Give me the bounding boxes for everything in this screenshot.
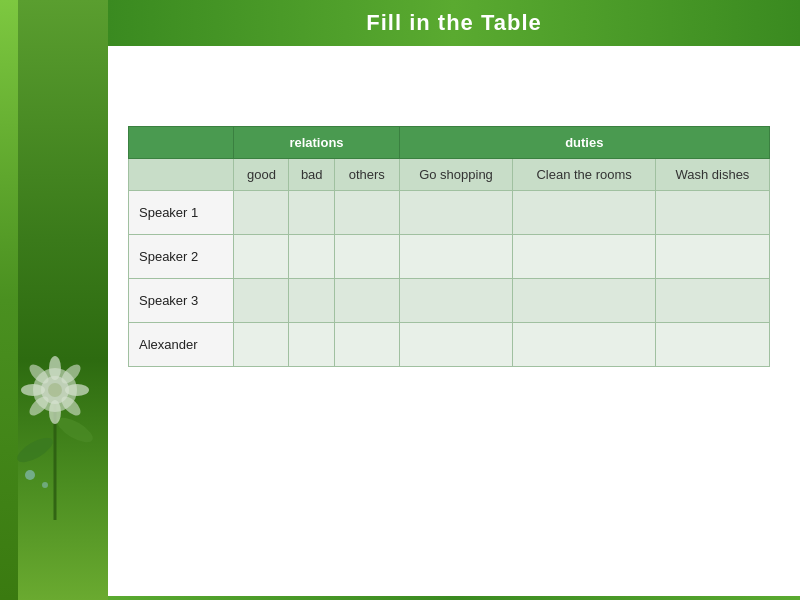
svg-point-6 — [49, 356, 61, 380]
table-cell-clean_rooms[interactable] — [513, 279, 655, 323]
table-row: Speaker 1 — [129, 191, 770, 235]
table-cell-good[interactable] — [234, 235, 289, 279]
svg-point-9 — [65, 384, 89, 396]
table-cell-bad[interactable] — [289, 279, 335, 323]
header-bad: bad — [289, 159, 335, 191]
table-cell-wash_dishes[interactable] — [655, 191, 769, 235]
table-cell-others[interactable] — [335, 323, 400, 367]
table-cell-clean_rooms[interactable] — [513, 323, 655, 367]
table-row: Speaker 3 — [129, 279, 770, 323]
header-clean-rooms: Clean the rooms — [513, 159, 655, 191]
table-cell-go_shopping[interactable] — [399, 235, 513, 279]
table-cell-clean_rooms[interactable] — [513, 235, 655, 279]
table-body: Speaker 1Speaker 2Speaker 3Alexander — [129, 191, 770, 367]
decorative-plant — [5, 320, 105, 520]
svg-point-7 — [49, 400, 61, 424]
table-cell-good[interactable] — [234, 191, 289, 235]
svg-point-1 — [14, 433, 57, 467]
header-empty-1 — [129, 127, 234, 159]
row-label: Speaker 2 — [129, 235, 234, 279]
row-label: Speaker 3 — [129, 279, 234, 323]
table-header-row-1: relations duties — [129, 127, 770, 159]
page-title: Fill in the Table — [366, 10, 542, 35]
table-cell-wash_dishes[interactable] — [655, 235, 769, 279]
table-wrapper: relations duties good bad others Go shop… — [128, 126, 770, 367]
table-row: Alexander — [129, 323, 770, 367]
table-header-row-2: good bad others Go shopping Clean the ro… — [129, 159, 770, 191]
svg-point-14 — [25, 470, 35, 480]
row-label: Alexander — [129, 323, 234, 367]
table-cell-clean_rooms[interactable] — [513, 191, 655, 235]
table-cell-bad[interactable] — [289, 191, 335, 235]
table-cell-go_shopping[interactable] — [399, 191, 513, 235]
table-cell-others[interactable] — [335, 279, 400, 323]
content-area: relations duties good bad others Go shop… — [108, 46, 800, 596]
svg-point-15 — [42, 482, 48, 488]
main-table: relations duties good bad others Go shop… — [128, 126, 770, 367]
table-cell-others[interactable] — [335, 191, 400, 235]
header-go-shopping: Go shopping — [399, 159, 513, 191]
table-cell-go_shopping[interactable] — [399, 279, 513, 323]
header-good: good — [234, 159, 289, 191]
table-cell-bad[interactable] — [289, 235, 335, 279]
top-spacer — [128, 66, 770, 126]
svg-point-5 — [48, 383, 62, 397]
table-cell-wash_dishes[interactable] — [655, 323, 769, 367]
header-relations: relations — [234, 127, 399, 159]
table-cell-go_shopping[interactable] — [399, 323, 513, 367]
header-wash-dishes: Wash dishes — [655, 159, 769, 191]
main-content: Fill in the Table relations duties good — [108, 0, 800, 600]
table-cell-wash_dishes[interactable] — [655, 279, 769, 323]
header-empty-2 — [129, 159, 234, 191]
table-cell-others[interactable] — [335, 235, 400, 279]
svg-point-8 — [21, 384, 45, 396]
table-cell-good[interactable] — [234, 279, 289, 323]
row-label: Speaker 1 — [129, 191, 234, 235]
sidebar — [0, 0, 108, 600]
header-duties: duties — [399, 127, 769, 159]
table-row: Speaker 2 — [129, 235, 770, 279]
bottom-bar — [108, 596, 800, 600]
header-others: others — [335, 159, 400, 191]
table-cell-bad[interactable] — [289, 323, 335, 367]
title-bar: Fill in the Table — [108, 0, 800, 46]
table-cell-good[interactable] — [234, 323, 289, 367]
